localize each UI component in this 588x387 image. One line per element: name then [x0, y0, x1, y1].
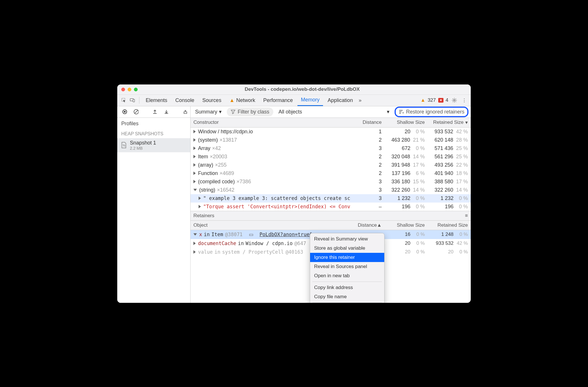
- ctx-ignore-retainer[interactable]: Ignore this retainer: [310, 253, 384, 262]
- ctx-open-new-tab[interactable]: Open in new tab: [310, 271, 384, 280]
- tab-network[interactable]: ▲Network: [226, 95, 259, 106]
- source-link[interactable]: PoLdbOX?anon=true&v: [260, 232, 315, 237]
- constructor-cell[interactable]: (system) ×13817: [191, 136, 359, 144]
- gc-icon[interactable]: [182, 108, 189, 115]
- tab-elements[interactable]: Elements: [142, 95, 171, 106]
- shallow-value: 336 18015 %: [385, 178, 428, 186]
- constructors-header: Constructor Distance Shallow Size Retain…: [191, 118, 471, 128]
- view-mode-label: Summary: [195, 109, 217, 115]
- warning-icon: ▲: [420, 97, 425, 103]
- tab-console[interactable]: Console: [172, 95, 198, 106]
- mid-text: in: [204, 232, 210, 237]
- retained-value: 1 2480 %: [428, 230, 471, 239]
- expand-icon[interactable]: [199, 197, 201, 200]
- view-mode-dropdown[interactable]: Summary ▾: [193, 109, 224, 115]
- chevron-down-icon: ▾: [219, 109, 222, 115]
- distance-value: 2: [359, 161, 385, 169]
- header-retained[interactable]: Retained Size: [428, 221, 471, 230]
- object-type: Window / cdpn.io: [246, 240, 293, 246]
- address: @40163: [286, 249, 303, 255]
- constructor-cell[interactable]: Item ×20003: [191, 153, 359, 161]
- address: @647: [294, 240, 306, 246]
- menu-icon[interactable]: ≡: [465, 213, 468, 219]
- more-tabs-button[interactable]: »: [358, 97, 363, 103]
- body: Profiles HEAP SNAPSHOTS % Snapshot 1 2.2…: [117, 118, 471, 303]
- ctx-store-global[interactable]: Store as global variable: [310, 244, 384, 253]
- ctx-copy-link[interactable]: Copy link address: [310, 283, 384, 292]
- constructor-cell[interactable]: Array ×42: [191, 144, 359, 153]
- shallow-value: 160 %: [385, 230, 428, 239]
- constructor-label: (string): [199, 187, 215, 193]
- close-window-button[interactable]: [121, 88, 125, 91]
- expand-icon[interactable]: [193, 163, 196, 167]
- shallow-value: 137 1966 %: [385, 169, 428, 178]
- collapse-icon[interactable]: [193, 189, 197, 191]
- minimize-window-button[interactable]: [128, 88, 131, 91]
- snapshot-item[interactable]: % Snapshot 1 2.2 MB: [117, 138, 190, 152]
- header-retained-label: Retained Size: [433, 120, 464, 125]
- string-row[interactable]: (string) ×16542 3 322 26014 % 322 26014 …: [191, 186, 471, 194]
- inspect-icon[interactable]: [120, 97, 128, 104]
- header-retained[interactable]: Retained Size▾: [428, 118, 471, 128]
- error-count[interactable]: 4: [446, 97, 448, 103]
- expand-icon[interactable]: [193, 138, 196, 142]
- record-icon[interactable]: [121, 108, 128, 115]
- constructor-cell[interactable]: (compiled code) ×7386: [191, 178, 359, 186]
- window-title: DevTools - codepen.io/web-dot-dev/live/P…: [138, 86, 467, 92]
- svg-point-5: [124, 111, 126, 113]
- restore-ignored-retainers-button[interactable]: ✕ Restore ignored retainers: [395, 107, 468, 117]
- expand-icon[interactable]: [193, 130, 196, 133]
- expand-icon[interactable]: [199, 205, 201, 208]
- scope-dropdown[interactable]: All objects▾: [276, 109, 392, 115]
- shallow-value: 320 04814 %: [385, 153, 428, 161]
- expand-icon[interactable]: [193, 172, 196, 175]
- expand-icon[interactable]: [193, 147, 196, 150]
- tab-performance[interactable]: Performance: [260, 95, 296, 106]
- constructor-cell[interactable]: Function ×4689: [191, 169, 359, 178]
- download-icon[interactable]: [163, 108, 170, 115]
- heap-snapshots-header: HEAP SNAPSHOTS: [117, 130, 190, 138]
- retained-value: 388 58017 %: [428, 178, 471, 186]
- constructor-cell[interactable]: (array) ×255: [191, 161, 359, 169]
- distance-value: 3: [359, 186, 385, 194]
- collapse-icon[interactable]: [193, 233, 197, 236]
- more-menu-icon[interactable]: ⋮: [460, 97, 468, 104]
- header-constructor[interactable]: Constructor: [191, 118, 359, 128]
- warning-count[interactable]: 327: [428, 97, 436, 103]
- class-filter-input[interactable]: Filter by class: [227, 107, 273, 116]
- tab-sources[interactable]: Sources: [199, 95, 225, 106]
- expand-icon[interactable]: [193, 242, 196, 245]
- retainers-header: Retainers ≡: [191, 211, 471, 221]
- header-shallow[interactable]: Shallow Size: [385, 221, 428, 230]
- restore-icon: ✕: [399, 109, 404, 114]
- tab-memory[interactable]: Memory: [297, 95, 323, 106]
- header-distance[interactable]: Distance: [359, 118, 385, 128]
- tab-application[interactable]: Application: [324, 95, 356, 106]
- clear-icon[interactable]: [132, 108, 140, 115]
- upload-icon[interactable]: [151, 108, 159, 115]
- header-shallow[interactable]: Shallow Size: [385, 118, 428, 128]
- retainers-title: Retainers: [193, 213, 214, 219]
- expand-icon[interactable]: [193, 180, 196, 183]
- distance-value: 2: [359, 136, 385, 144]
- expand-icon[interactable]: [193, 250, 196, 254]
- ctx-copy-filename[interactable]: Copy file name: [310, 292, 384, 301]
- string-child-row[interactable]: " example 3 example 3: scattered objects…: [191, 194, 471, 203]
- ctx-reveal-sources[interactable]: Reveal in Sources panel: [310, 262, 384, 271]
- string-child-row[interactable]: "Torque assert 'Convert<uintptr>(endInde…: [191, 203, 471, 211]
- settings-icon[interactable]: [451, 97, 458, 104]
- expand-icon[interactable]: [193, 155, 196, 158]
- snapshot-info: Snapshot 1 2.2 MB: [130, 140, 156, 151]
- svg-line-7: [134, 110, 138, 113]
- warning-icon: ▲: [229, 97, 235, 103]
- separator: [312, 303, 382, 303]
- distance-value: 3: [359, 144, 385, 153]
- shallow-value: 1 2320 %: [385, 194, 428, 203]
- header-object[interactable]: Object: [191, 221, 359, 230]
- maximize-window-button[interactable]: [134, 88, 138, 91]
- constructor-cell[interactable]: Window / https://cdpn.io: [191, 128, 359, 136]
- header-distance[interactable]: Distance▲: [359, 221, 385, 230]
- device-toggle-icon[interactable]: [129, 97, 136, 104]
- snapshot-name: Snapshot 1: [130, 140, 156, 146]
- ctx-reveal-summary[interactable]: Reveal in Summary view: [310, 234, 384, 244]
